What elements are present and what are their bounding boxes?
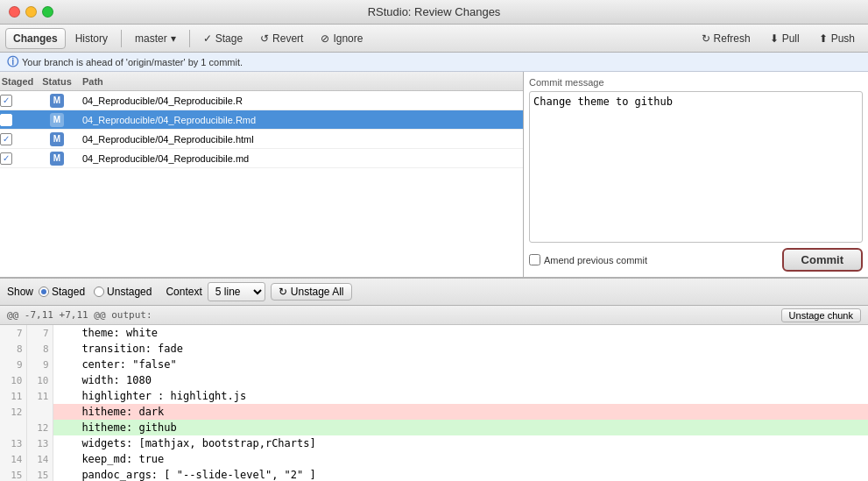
line-num-new: 13	[26, 435, 53, 451]
diff-row: 1313 widgets: [mathjax, bootstrap,rChart…	[0, 435, 868, 451]
show-label: Show	[7, 286, 33, 298]
push-button[interactable]: ⬆ Push	[811, 28, 863, 49]
staged-checkbox[interactable]	[0, 152, 12, 165]
show-radio-group: Staged Unstaged	[39, 286, 152, 298]
commit-pane: Commit message Change theme to github Am…	[524, 72, 868, 277]
ignore-button[interactable]: ⊘ Ignore	[313, 28, 370, 49]
push-icon: ⬆	[819, 32, 828, 45]
diff-content: pandoc_args: [ "--slide-level", "2" ]	[53, 467, 868, 481]
toolbar-right: ↻ Refresh ⬇ Pull ⬆ Push	[694, 28, 863, 49]
diff-row: 1515 pandoc_args: [ "--slide-level", "2"…	[0, 467, 868, 481]
diff-row: 1010 width: 1080	[0, 372, 868, 388]
checkmark-icon: ✓	[203, 32, 212, 45]
diff-content: keep_md: true	[53, 451, 868, 467]
status-cell: M	[35, 132, 79, 146]
pull-icon: ⬇	[770, 32, 779, 45]
context-select[interactable]: 5 line 3 line 10 line	[208, 282, 265, 301]
stage-button[interactable]: ✓ Stage	[195, 28, 251, 49]
diff-content: widgets: [mathjax, bootstrap,rCharts]	[53, 435, 868, 451]
path-col-header: Path	[79, 76, 523, 87]
info-bar: ⓘ Your branch is ahead of 'origin/master…	[0, 53, 868, 72]
diff-content: hitheme: dark	[53, 404, 868, 420]
status-badge: M	[50, 132, 64, 146]
info-icon: ⓘ	[7, 54, 18, 70]
line-num-old: 7	[0, 325, 26, 341]
line-num-new	[26, 404, 53, 420]
line-num-new: 14	[26, 451, 53, 467]
staged-radio-circle	[39, 286, 49, 297]
diff-row: 99 center: "false"	[0, 357, 868, 372]
staged-cell[interactable]	[0, 133, 35, 145]
amend-label[interactable]: Amend previous commit	[529, 254, 647, 265]
window-title: RStudio: Review Changes	[368, 5, 501, 18]
title-bar: RStudio: Review Changes	[0, 0, 868, 25]
line-num-old: 15	[0, 467, 26, 481]
staged-col-header: Staged	[0, 76, 35, 87]
maximize-button[interactable]	[42, 6, 53, 18]
chevron-down-icon: ▾	[171, 32, 176, 45]
file-row[interactable]: M04_Reproducible/04_Reproducibile.html	[0, 130, 523, 149]
commit-button[interactable]: Commit	[782, 248, 863, 272]
line-num-new: 12	[26, 420, 53, 435]
close-button[interactable]	[9, 6, 20, 18]
status-col-header: Status	[35, 76, 79, 87]
unstaged-radio[interactable]: Unstaged	[94, 286, 152, 298]
changes-tab[interactable]: Changes	[5, 28, 66, 49]
staged-cell[interactable]	[0, 114, 35, 126]
diff-content: hitheme: github	[53, 420, 868, 435]
file-row[interactable]: M04_Reproducible/04_Reproducibile.R	[0, 91, 523, 110]
revert-button[interactable]: ↺ Revert	[252, 28, 311, 49]
commit-footer: Amend previous commit Commit	[529, 248, 863, 272]
staged-checkbox[interactable]	[0, 114, 12, 126]
revert-icon: ↺	[260, 32, 269, 45]
commit-message-input[interactable]: Change theme to github	[529, 91, 863, 243]
branch-name: master	[135, 32, 167, 45]
diff-pane: @@ -7,11 +7,11 @@ output: Unstage chunk …	[0, 306, 868, 481]
commit-message-label: Commit message	[529, 77, 863, 88]
unstaged-radio-circle	[94, 286, 104, 297]
line-num-old: 10	[0, 372, 26, 388]
main-area: Staged Status Path M04_Reproducible/04_R…	[0, 72, 868, 278]
separator-1	[121, 30, 122, 47]
line-num-old: 13	[0, 435, 26, 451]
diff-content: transition: fade	[53, 341, 868, 357]
history-tab[interactable]: History	[67, 28, 116, 49]
staged-cell[interactable]	[0, 95, 35, 107]
staged-checkbox[interactable]	[0, 95, 12, 107]
staged-checkbox[interactable]	[0, 133, 12, 145]
status-badge: M	[50, 94, 64, 108]
amend-checkbox[interactable]	[529, 254, 540, 265]
info-message: Your branch is ahead of 'origin/master' …	[22, 57, 243, 67]
staged-radio[interactable]: Staged	[39, 286, 85, 298]
refresh-button[interactable]: ↻ Refresh	[694, 28, 759, 49]
diff-row: 77 theme: white	[0, 325, 868, 341]
status-badge: M	[50, 152, 64, 166]
pull-button[interactable]: ⬇ Pull	[762, 28, 808, 49]
unstage-all-button[interactable]: ↻ Unstage All	[271, 283, 352, 301]
minimize-button[interactable]	[25, 6, 37, 18]
main-toolbar: Changes History master ▾ ✓ Stage ↺ Rever…	[0, 25, 868, 53]
separator-2	[189, 30, 190, 47]
line-num-old: 14	[0, 451, 26, 467]
branch-selector[interactable]: master ▾	[127, 28, 184, 49]
line-num-new: 7	[26, 325, 53, 341]
status-cell: M	[35, 94, 79, 108]
bottom-toolbar: Show Staged Unstaged Context 5 line 3 li…	[0, 278, 868, 306]
staged-cell[interactable]	[0, 152, 35, 165]
line-num-new: 15	[26, 467, 53, 481]
diff-row: 1414 keep_md: true	[0, 451, 868, 467]
path-cell: 04_Reproducible/04_Reproducibile.md	[79, 153, 523, 164]
path-cell: 04_Reproducible/04_Reproducibile.R	[79, 95, 523, 106]
diff-row: 88 transition: fade	[0, 341, 868, 357]
diff-content: theme: white	[53, 325, 868, 341]
file-list-pane: Staged Status Path M04_Reproducible/04_R…	[0, 72, 524, 277]
status-cell: M	[35, 152, 79, 166]
diff-hunk-info: @@ -7,11 +7,11 @@ output:	[7, 309, 152, 321]
unstage-chunk-button[interactable]: Unstage chunk	[781, 308, 861, 322]
diff-row: 12 hitheme: dark	[0, 404, 868, 420]
file-row[interactable]: M04_Reproducible/04_Reproducibile.md	[0, 149, 523, 168]
diff-row: 1111 highlighter : highlight.js	[0, 388, 868, 404]
file-row[interactable]: M04_Reproducible/04_Reproducibile.Rmd	[0, 110, 523, 130]
path-cell: 04_Reproducible/04_Reproducibile.Rmd	[79, 115, 523, 125]
line-num-old: 9	[0, 357, 26, 372]
